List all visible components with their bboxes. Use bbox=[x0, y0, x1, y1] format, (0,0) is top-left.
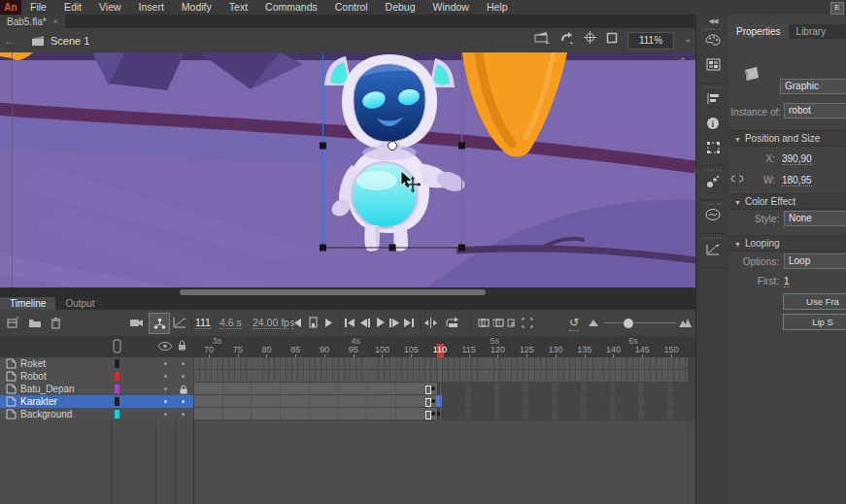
dock-drag-handle[interactable] bbox=[704, 237, 722, 239]
stage-horizontal-scrollbar[interactable] bbox=[0, 287, 695, 297]
menu-debug[interactable]: Debug bbox=[377, 0, 424, 15]
stage-canvas[interactable]: ^ bbox=[0, 52, 695, 287]
layer-outline-color-swatch[interactable] bbox=[115, 359, 119, 368]
frames-karakter[interactable] bbox=[193, 395, 695, 409]
step-back-one-frame-button[interactable] bbox=[294, 315, 302, 330]
timeline-zoom-slider-track[interactable] bbox=[604, 322, 676, 323]
dock-drag-handle[interactable] bbox=[704, 28, 722, 30]
frames-robot[interactable] bbox=[193, 370, 695, 384]
color-palette-icon[interactable] bbox=[696, 34, 729, 48]
tab-properties[interactable]: Properties bbox=[728, 24, 789, 39]
back-arrow-icon[interactable]: ← bbox=[4, 34, 16, 48]
collapse-panels-icon[interactable]: ◀◀ bbox=[696, 17, 729, 25]
tab-library[interactable]: Library bbox=[789, 24, 834, 39]
section-looping[interactable]: ▼Looping bbox=[728, 235, 846, 252]
layer-lock-dot[interactable] bbox=[182, 413, 185, 416]
center-stage-icon[interactable] bbox=[584, 31, 596, 44]
use-frame-picker-button[interactable]: Use Fra bbox=[783, 293, 846, 310]
timeline-zoom-slider-knob[interactable] bbox=[623, 318, 634, 329]
menu-text[interactable]: Text bbox=[220, 0, 256, 15]
frame-ruler[interactable]: 3s4s5s6s70758085909510010511011512012513… bbox=[0, 336, 695, 357]
layer-depth-button[interactable] bbox=[173, 315, 186, 330]
layer-row-robot[interactable]: Robot bbox=[0, 370, 193, 384]
onion-skin-outlines-button[interactable] bbox=[492, 315, 504, 330]
layer-lock-dot[interactable] bbox=[182, 400, 185, 403]
info-icon[interactable]: i bbox=[696, 117, 729, 130]
layer-visibility-dot[interactable] bbox=[164, 413, 167, 416]
layer-visibility-dot[interactable] bbox=[164, 375, 167, 378]
align-icon[interactable] bbox=[696, 92, 729, 105]
tab-timeline[interactable]: Timeline bbox=[0, 297, 55, 310]
x-value[interactable]: 390,90 bbox=[782, 153, 812, 165]
current-frame-indicator[interactable]: 111 bbox=[195, 317, 211, 329]
zoom-in-frames-icon[interactable] bbox=[679, 315, 692, 330]
layer-row-karakter[interactable]: Karakter bbox=[0, 395, 193, 409]
step-back-button[interactable] bbox=[360, 315, 370, 330]
rotate-stage-icon[interactable] bbox=[559, 31, 574, 44]
new-layer-button[interactable] bbox=[6, 315, 18, 330]
swatches-icon[interactable] bbox=[696, 58, 729, 71]
link-width-height-icon[interactable] bbox=[730, 173, 744, 185]
layer-outline-color-swatch[interactable] bbox=[115, 372, 119, 381]
zoom-level-select[interactable]: 111% bbox=[627, 32, 674, 50]
layer-row-batu_depan[interactable]: Batu_Depan bbox=[0, 383, 193, 396]
chevron-down-icon[interactable]: ⌄ bbox=[684, 34, 692, 44]
layer-lock-dot[interactable] bbox=[182, 362, 185, 365]
modify-markers-button[interactable] bbox=[522, 315, 533, 330]
layer-parenting-button[interactable] bbox=[149, 313, 170, 334]
edit-scene-icon[interactable] bbox=[534, 31, 550, 44]
animate-logo[interactable]: An bbox=[0, 0, 21, 15]
layer-lock-dot[interactable] bbox=[182, 375, 185, 378]
edit-multiple-frames-button[interactable]: e bbox=[507, 315, 519, 330]
zoom-out-frames-icon[interactable] bbox=[589, 315, 598, 330]
section-color-effect[interactable]: ▼Color Effect bbox=[728, 193, 846, 210]
onion-skin-button[interactable] bbox=[478, 315, 490, 330]
menu-modify[interactable]: Modify bbox=[173, 0, 220, 15]
creative-cloud-icon[interactable] bbox=[696, 209, 729, 220]
scroll-up-icon[interactable]: ^ bbox=[681, 55, 685, 64]
scrollbar-thumb[interactable] bbox=[180, 289, 486, 295]
symbol-behavior-select[interactable]: Graphic bbox=[780, 79, 846, 94]
section-position-and-size[interactable]: ▼Position and Size bbox=[728, 130, 846, 147]
menu-view[interactable]: View bbox=[90, 0, 130, 15]
style-select[interactable]: None bbox=[784, 211, 846, 226]
first-frame-value[interactable]: 1 bbox=[784, 276, 790, 287]
layer-outline-color-swatch[interactable] bbox=[115, 385, 119, 393]
step-forward-button[interactable] bbox=[389, 315, 399, 330]
layer-row-roket[interactable]: Roket bbox=[0, 357, 193, 371]
motion-presets-icon[interactable] bbox=[696, 243, 729, 255]
go-to-last-frame-button[interactable] bbox=[404, 315, 414, 330]
scene-name[interactable]: Scene 1 bbox=[51, 35, 89, 47]
brush-library-icon[interactable] bbox=[696, 175, 729, 188]
step-forward-one-frame-button[interactable] bbox=[324, 315, 332, 330]
play-button[interactable] bbox=[376, 315, 385, 330]
menu-window[interactable]: Window bbox=[424, 0, 478, 15]
layer-outline-color-swatch[interactable] bbox=[115, 410, 119, 419]
frames-batu_depan[interactable] bbox=[193, 383, 695, 396]
menu-help[interactable]: Help bbox=[478, 0, 517, 15]
frame-rate-indicator[interactable]: 24.00 fps bbox=[253, 317, 294, 329]
menu-commands[interactable]: Commands bbox=[256, 0, 326, 15]
lip-syncing-button[interactable]: Lip S bbox=[783, 314, 846, 330]
document-tab[interactable]: Bab5.fla* × bbox=[0, 15, 65, 28]
dock-drag-handle[interactable] bbox=[704, 86, 722, 88]
reset-timeline-zoom-button[interactable]: ↺ bbox=[569, 315, 579, 331]
playhead-line[interactable] bbox=[440, 357, 441, 420]
delete-layer-button[interactable] bbox=[51, 315, 61, 330]
frames-background[interactable] bbox=[193, 408, 695, 421]
elapsed-time-indicator[interactable]: 4.6 s bbox=[220, 317, 242, 329]
workspace-switcher-button[interactable]: E bbox=[830, 2, 844, 15]
close-icon[interactable]: × bbox=[53, 17, 58, 26]
loop-options-select[interactable]: Loop bbox=[784, 253, 846, 269]
frames-roket[interactable] bbox=[193, 357, 695, 371]
transform-icon[interactable] bbox=[696, 141, 729, 154]
layer-visibility-dot[interactable] bbox=[164, 400, 167, 403]
dock-drag-handle[interactable] bbox=[704, 169, 722, 171]
new-folder-button[interactable] bbox=[28, 315, 42, 330]
menu-file[interactable]: File bbox=[21, 0, 55, 15]
layer-row-background[interactable]: Background bbox=[0, 408, 193, 421]
layer-visibility-dot[interactable] bbox=[164, 387, 167, 390]
layer-outline-color-swatch[interactable] bbox=[115, 397, 119, 406]
layer-visibility-dot[interactable] bbox=[164, 362, 167, 365]
menu-edit[interactable]: Edit bbox=[55, 0, 90, 15]
